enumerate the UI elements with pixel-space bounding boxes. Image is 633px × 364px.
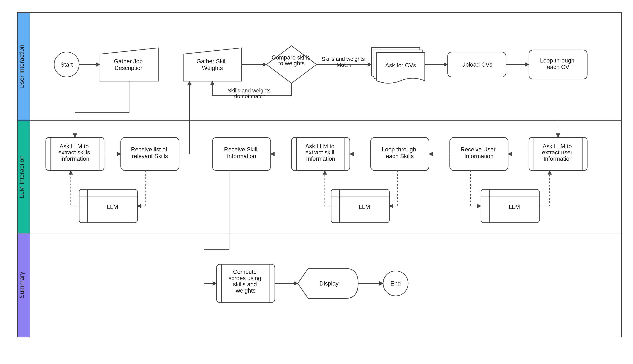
node-gather-weights: Gather Skill Weights: [183, 48, 242, 81]
node-recv-user-info: Receive User Information: [450, 137, 508, 170]
edge-recvuser-llm3: [470, 170, 481, 206]
svg-text:Ask LLM to
      extract skill: Ask LLM to extract skills information: [58, 143, 92, 162]
node-recv-skill-info: Receive Skill Information: [212, 137, 271, 170]
node-ask-cvs: Ask for CVs: [371, 48, 425, 83]
node-loop-cvs: Loop through each CV: [529, 50, 587, 79]
lane-summary-label: Summary: [18, 272, 25, 298]
node-end: End: [383, 271, 408, 296]
svg-text:Ask LLM to
      extract skill: Ask LLM to extract skill Information: [305, 143, 336, 162]
node-upload-cvs: Upload CVs: [448, 52, 506, 77]
svg-text:Upload CVs: Upload CVs: [461, 62, 492, 68]
edge-label-nomatch: Skills and weights do not match: [228, 88, 272, 99]
svg-text:LLM: LLM: [107, 204, 118, 210]
svg-text:LLM: LLM: [509, 204, 520, 210]
svg-text:Receive Skill
      Informatio: Receive Skill Information: [224, 146, 259, 160]
node-recv-skills-list: Receive list of relevant Skills: [121, 137, 179, 170]
edge-loopskills-llm2: [389, 170, 398, 206]
svg-text:Ask LLM to
      extract user
: Ask LLM to extract user Information: [542, 143, 574, 162]
node-compute-scores: Compute scroes using skills and weights: [217, 264, 275, 302]
node-gather-jd: Gather Job Description: [100, 48, 158, 81]
edge-llm3-askuser: [539, 170, 550, 206]
svg-text:Receive User
      Information: Receive User Information: [461, 146, 497, 160]
edge-recvskills-llm1: [137, 170, 146, 206]
node-display: Display: [298, 268, 358, 298]
node-loop-skills: Loop through each Skills: [371, 137, 429, 170]
node-ask-extract-skills: Ask LLM to extract skills information: [46, 137, 104, 170]
svg-text:Start: Start: [61, 62, 73, 68]
node-ask-extract-user: Ask LLM to extract user Information: [529, 137, 587, 170]
node-start: Start: [54, 52, 79, 77]
svg-text:Ask for CVs: Ask for CVs: [385, 62, 416, 69]
node-ask-extract-skill: Ask LLM to extract skill Information: [291, 137, 350, 170]
edge-jd-askskills: [75, 81, 129, 137]
edge-recvskills-weights: [179, 81, 190, 154]
svg-text:Display: Display: [319, 280, 339, 287]
svg-text:Gather Job
      Description: Gather Job Description: [114, 58, 144, 71]
node-compare: Compare skills to weights: [267, 46, 317, 83]
lane-llm-label: LLM Interaction: [18, 155, 25, 198]
edge-label-match: Skills and weights Match: [322, 56, 366, 68]
svg-text:LLM: LLM: [359, 204, 370, 210]
node-llm-1: LLM: [79, 189, 137, 223]
flowchart-svg: User Interaction LLM Interaction Summary…: [0, 0, 633, 350]
node-llm-2: LLM: [331, 189, 389, 223]
svg-text:End: End: [390, 280, 401, 287]
lane-user-label: User Interaction: [18, 45, 25, 89]
node-llm-3: LLM: [481, 189, 539, 223]
svg-text:Receive list of
      relevant: Receive list of relevant Skills: [131, 146, 169, 160]
svg-text:Loop through
      each Skills: Loop through each Skills: [382, 146, 418, 160]
